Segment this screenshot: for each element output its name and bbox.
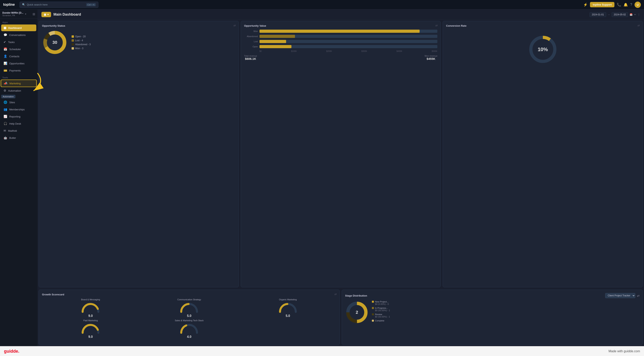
sidebar-item-payments[interactable]: 💳 Payments — [1, 67, 36, 74]
sidebar-item-mailfold[interactable]: ✉ Mailfold — [1, 127, 36, 134]
bar-track — [260, 45, 438, 48]
sidebar-item-reporting[interactable]: 📈 Reporting — [1, 113, 36, 120]
sidebar-item-dashboard[interactable]: ▦ Dashboard — [1, 25, 36, 31]
legend-dot-progress — [372, 307, 374, 309]
stage-select[interactable]: Client Project Tracker — [605, 293, 635, 298]
sidebar-item-tasks[interactable]: ✔ Tasks — [1, 39, 36, 45]
conversion-donut-chart: 10% — [527, 34, 558, 65]
stage-content: 2 New Project... $0 (0.00%) - 0 — [345, 300, 640, 324]
payments-icon: 💳 — [4, 69, 7, 72]
edit-icon[interactable]: ✏ — [634, 13, 636, 16]
legend-dot-review — [372, 313, 374, 315]
sidebar-item-contacts[interactable]: 👤 Contacts — [1, 53, 36, 60]
dashboard-view-label: ▾ — [47, 13, 49, 16]
sites-icon: 🌐 — [4, 100, 7, 104]
guidde-made-text: Made with guidde.com — [608, 349, 640, 353]
avatar[interactable]: U — [634, 2, 641, 8]
sidebar-item-label: Payments — [9, 69, 21, 72]
widget-settings-icon[interactable]: ⇄ — [638, 24, 640, 27]
workspace-name: Dunder Mifflin [D... — [2, 12, 24, 14]
date-to[interactable]: 2024-05-02 — [612, 12, 628, 17]
sidebar-item-help-desk[interactable]: 🎧 Help Desk — [1, 120, 36, 127]
sidebar-item-label: Reporting — [9, 115, 20, 118]
tools-section-label: Tools — [0, 74, 38, 80]
layout-icon[interactable]: ⊞ — [32, 12, 35, 16]
sidebar-item-memberships[interactable]: 👥 Memberships — [1, 106, 36, 113]
gauge-svg — [81, 322, 100, 334]
stage-settings-icon[interactable]: ⇄ — [637, 294, 640, 298]
opportunity-status-widget: Opportunity Status ⇄ — [39, 21, 239, 287]
sidebar-item-scheduler[interactable]: 📅 Scheduler — [1, 46, 36, 53]
total-revenue-label: Total revenue — [244, 55, 257, 57]
support-button[interactable]: topline Support — [590, 2, 614, 7]
dashboard-icon: ▦ — [4, 26, 6, 30]
widget-settings-icon[interactable]: ⇄ — [334, 293, 337, 296]
gauge-grid: Brand & Messaging 9.0 Communication Stra… — [42, 298, 336, 339]
bar-row-won: Won — [244, 30, 438, 33]
widget-title: Conversion Rate — [446, 24, 640, 27]
lightning-icon[interactable]: ⚡ — [583, 3, 588, 7]
sidebar-item-label: Contacts — [9, 55, 19, 58]
bar-track — [260, 40, 438, 43]
gauge-value: 5.0 — [240, 314, 336, 318]
apps-section-label: Apps — [0, 19, 38, 24]
help-icon[interactable]: ? — [630, 3, 632, 7]
stage-donut: 2 — [345, 300, 369, 324]
sidebar-item-label: Scheduler — [9, 48, 21, 51]
sidebar: Dunder Mifflin [D... Scranton, PA ▾ ⊞ Ap… — [0, 10, 38, 346]
widget-title: Growth Scorecard — [42, 293, 336, 296]
content-area: ▦ ▾ Main Dashboard 2024-01-01 → 2024-05-… — [38, 10, 644, 346]
more-icon[interactable]: ⋮ — [638, 13, 640, 16]
sidebar-item-conversations[interactable]: 💬 Conversations — [1, 32, 36, 38]
bell-icon[interactable]: 🔔 — [624, 3, 628, 7]
reporting-icon: 📈 — [4, 115, 7, 118]
widget-settings-icon[interactable]: ⇄ — [234, 24, 236, 27]
dashboard-view-button[interactable]: ▦ ▾ — [42, 12, 51, 17]
sidebar-item-marketing[interactable]: 📣 Marketing — [1, 80, 36, 87]
stage-legend-progress: In Progress... $0 (50.00%) - 1 — [372, 307, 390, 312]
search-bar[interactable]: 🔍 Quick search here Ctrl + K — [20, 2, 98, 8]
main-layout: Dunder Mifflin [D... Scranton, PA ▾ ⊞ Ap… — [0, 10, 644, 346]
sidebar-item-automation[interactable]: ⚙ Automation Automation — [1, 87, 36, 94]
gauge-label: Paid Marketing — [42, 319, 139, 322]
sidebar-item-label: Sites — [9, 101, 15, 104]
bar-fill — [260, 30, 420, 33]
conversion-rate-widget: Conversion Rate ⇄ 10% — [443, 21, 643, 287]
date-range-selector[interactable]: 2024-01-01 → 2024-05-02 📅 ✏ ⋮ — [590, 12, 640, 17]
mailfold-icon: ✉ — [4, 129, 6, 132]
widget-settings-icon[interactable]: ⇄ — [436, 24, 438, 27]
bar-chart: Won Abandoned Lost — [244, 30, 438, 52]
opportunity-donut-chart: 30 — [42, 30, 68, 55]
automation-icon: ⚙ — [4, 89, 6, 92]
butler-icon: 🤖 — [4, 136, 7, 140]
bar-label: Lost — [244, 40, 258, 43]
page-title: Main Dashboard — [54, 13, 81, 17]
sidebar-item-sites[interactable]: 🌐 Sites — [1, 99, 36, 106]
phone-icon[interactable]: 📞 — [617, 3, 621, 7]
bar-label: Won — [244, 30, 258, 32]
date-from[interactable]: 2024-01-01 — [590, 12, 606, 17]
sidebar-item-opportunities[interactable]: 📊 Opportunities — [1, 60, 36, 67]
sidebar-item-butler[interactable]: 🤖 Butler — [1, 134, 36, 141]
top-nav: topline 🔍 Quick search here Ctrl + K ⚡ t… — [0, 0, 644, 10]
won-revenue-value: $455K — [424, 57, 437, 60]
won-revenue-label: Won revenue — [424, 55, 437, 57]
donut-container: 30 Open - 20 Lost - 4 Aban — [42, 30, 236, 55]
gauge-item-brand: Brand & Messaging 9.0 — [42, 298, 139, 318]
gauge-label: Sales & Marketing Tech Stack — [140, 319, 238, 322]
legend-item-lost: Lost - 4 — [72, 39, 91, 42]
chart-totals: Total revenue $606.1K Won revenue $455K — [244, 55, 438, 60]
legend-item-abandoned: Abandoned - 3 — [72, 43, 91, 46]
bar-label: Open — [244, 45, 258, 48]
bar-track — [260, 30, 438, 33]
gauge-label: Organic Marketing — [240, 298, 336, 301]
conversion-percentage: 10% — [538, 46, 548, 53]
workspace-selector[interactable]: Dunder Mifflin [D... Scranton, PA ▾ ⊞ — [0, 10, 38, 19]
legend-item-won: Won - 3 — [72, 47, 91, 50]
calendar-icon[interactable]: 📅 — [630, 13, 632, 16]
widgets-row-1: Opportunity Status ⇄ — [38, 20, 644, 288]
gauge-value: 9.0 — [42, 335, 139, 339]
search-icon: 🔍 — [22, 3, 25, 6]
sidebar-item-label: Opportunities — [9, 62, 24, 65]
widget-title: Opportunity Value — [244, 24, 438, 27]
